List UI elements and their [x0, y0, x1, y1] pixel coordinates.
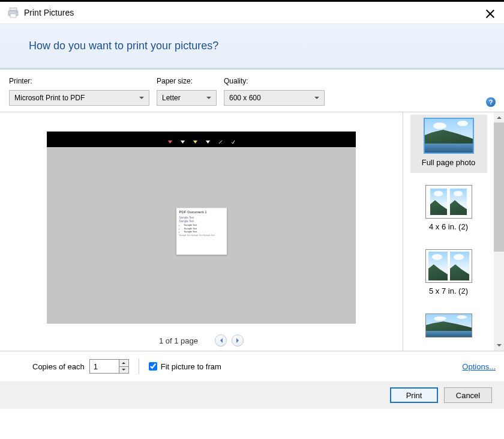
- tool-icon: [181, 138, 185, 142]
- tool-icon: [168, 138, 172, 142]
- fit-picture-label: Fit picture to fram: [161, 362, 221, 371]
- tool-icon: [218, 138, 223, 142]
- svg-line-8: [219, 141, 222, 144]
- prev-page-button[interactable]: [215, 335, 227, 347]
- svg-marker-5: [181, 141, 185, 144]
- cancel-button[interactable]: Cancel: [444, 387, 492, 403]
- printer-icon: [7, 7, 19, 18]
- doc-line: Sample Text: [179, 220, 224, 223]
- printer-select[interactable]: Microsoft Print to PDF: [9, 90, 149, 106]
- copies-increment[interactable]: [119, 360, 128, 366]
- printer-label: Printer:: [9, 77, 149, 85]
- svg-marker-6: [193, 141, 197, 144]
- preview-canvas: PDF Document 1 Sample Text Sample Text S…: [47, 132, 356, 324]
- preview-toolbar: [47, 132, 356, 147]
- fit-picture-checkbox[interactable]: [149, 362, 157, 371]
- quality-label: Quality:: [224, 77, 325, 85]
- layout-option-4x6[interactable]: 4 x 6 in. (2): [410, 181, 487, 237]
- header-question: How do you want to print your pictures?: [29, 40, 486, 52]
- pager-text: 1 of 1 page: [159, 336, 198, 345]
- scroll-up-button[interactable]: [494, 112, 504, 123]
- next-page-button[interactable]: [232, 335, 244, 347]
- copies-label: Copies of each: [32, 362, 85, 371]
- scroll-down-button[interactable]: [494, 341, 504, 351]
- layout-option-5x7[interactable]: 5 x 7 in. (2): [410, 246, 487, 301]
- scroll-thumb[interactable]: [494, 123, 504, 252]
- copies-decrement[interactable]: [119, 366, 128, 374]
- paper-label: Paper size:: [157, 77, 217, 85]
- doc-title: PDF Document 1: [179, 210, 224, 215]
- close-button[interactable]: [485, 8, 496, 19]
- doc-bullet: Sample Text: [184, 230, 224, 233]
- footer: Print Cancel: [0, 381, 504, 409]
- dropdown-row: Printer: Microsoft Print to PDF Paper si…: [0, 70, 504, 112]
- svg-point-3: [16, 12, 17, 13]
- copies-input[interactable]: [90, 360, 119, 373]
- header-band: How do you want to print your pictures?: [0, 23, 504, 70]
- quality-select[interactable]: 600 x 600: [224, 90, 325, 106]
- doc-footer: Sample Text Sample Text Sample Text: [179, 234, 224, 237]
- preview-column: PDF Document 1 Sample Text Sample Text S…: [0, 112, 403, 351]
- window-title: Print Pictures: [24, 8, 74, 17]
- svg-marker-4: [168, 141, 172, 144]
- layout-label: Full page photo: [410, 158, 487, 167]
- separator: [139, 359, 139, 374]
- help-icon[interactable]: ?: [486, 97, 496, 107]
- svg-marker-7: [206, 141, 210, 144]
- options-link[interactable]: Options...: [462, 362, 496, 371]
- layout-option-partial[interactable]: [410, 310, 487, 345]
- tool-icon: [231, 138, 235, 142]
- titlebar: Print Pictures: [0, 2, 504, 23]
- tool-icon: [206, 138, 210, 142]
- print-button[interactable]: Print: [390, 387, 438, 403]
- layout-column: Full page photo 4 x 6 in. (2) 5 x 7 in. …: [403, 112, 504, 351]
- svg-rect-2: [10, 14, 16, 17]
- svg-rect-0: [10, 8, 17, 11]
- layout-label: 4 x 6 in. (2): [410, 222, 487, 231]
- layout-label: 5 x 7 in. (2): [410, 286, 487, 295]
- scrollbar[interactable]: [494, 112, 504, 351]
- paper-size-select[interactable]: Letter: [157, 90, 217, 106]
- preview-document: PDF Document 1 Sample Text Sample Text S…: [176, 208, 227, 255]
- layout-option-fullpage[interactable]: Full page photo: [410, 115, 487, 173]
- tool-icon: [193, 138, 197, 142]
- copies-row: Copies of each Fit picture to fram Optio…: [0, 351, 504, 381]
